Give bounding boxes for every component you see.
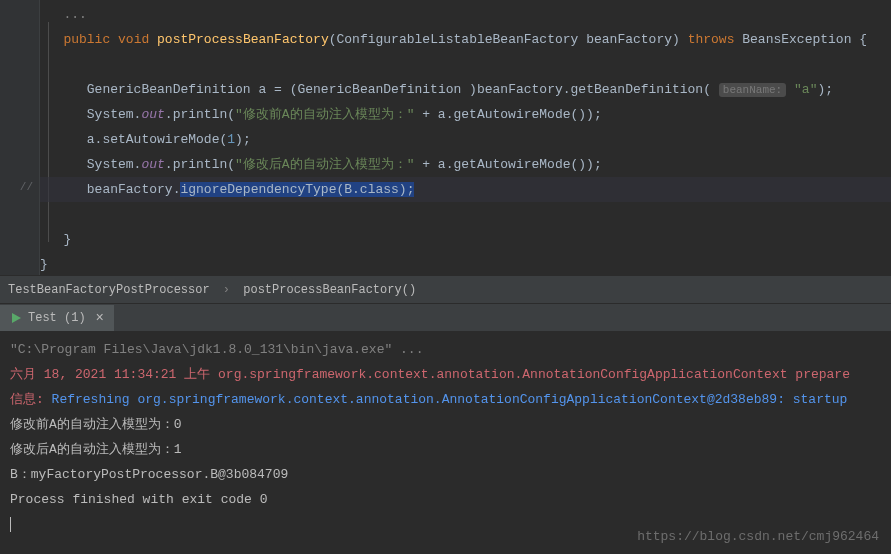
gutter-row bbox=[0, 100, 39, 125]
gutter: // bbox=[0, 0, 40, 275]
code-line[interactable]: System.out.println("修改后A的自动注入模型为：" + a.g… bbox=[40, 152, 891, 177]
svg-marker-0 bbox=[12, 313, 21, 323]
gutter-row bbox=[0, 150, 39, 175]
gutter-row bbox=[0, 50, 39, 75]
breadcrumb[interactable]: TestBeanFactoryPostProcessor › postProce… bbox=[0, 275, 891, 303]
gutter-row bbox=[0, 25, 39, 50]
console-line: 修改前A的自动注入模型为：0 bbox=[10, 412, 881, 437]
console-line: 信息: Refreshing org.springframework.conte… bbox=[10, 387, 881, 412]
code-line[interactable]: public void postProcessBeanFactory(Confi… bbox=[40, 27, 891, 52]
breadcrumb-method[interactable]: postProcessBeanFactory() bbox=[243, 283, 416, 297]
code-line[interactable]: ... bbox=[40, 2, 891, 27]
tab-label: Test (1) bbox=[28, 305, 86, 331]
code-area[interactable]: ... public void postProcessBeanFactory(C… bbox=[40, 2, 891, 277]
gutter-comment: // bbox=[0, 175, 39, 200]
watermark: https://blog.csdn.net/cmj962464 bbox=[637, 529, 879, 544]
code-line[interactable]: a.setAutowireMode(1); bbox=[40, 127, 891, 152]
console-tab-bar: Test (1) × bbox=[0, 303, 891, 331]
gutter-row bbox=[0, 125, 39, 150]
gutter-row bbox=[0, 75, 39, 100]
code-line[interactable]: System.out.println("修改前A的自动注入模型为：" + a.g… bbox=[40, 102, 891, 127]
code-line[interactable]: } bbox=[40, 227, 891, 252]
console-line: 修改后A的自动注入模型为：1 bbox=[10, 437, 881, 462]
breadcrumb-class[interactable]: TestBeanFactoryPostProcessor bbox=[8, 283, 210, 297]
code-editor[interactable]: // ... public void postProcessBeanFactor… bbox=[0, 0, 891, 275]
console-output[interactable]: "C:\Program Files\Java\jdk1.8.0_131\bin\… bbox=[0, 331, 891, 553]
breadcrumb-separator: › bbox=[223, 283, 230, 297]
caret bbox=[10, 517, 11, 532]
selected-text[interactable]: ignoreDependencyType(B.class); bbox=[180, 182, 414, 197]
code-line-selected[interactable]: beanFactory.ignoreDependencyType(B.class… bbox=[40, 177, 891, 202]
code-line[interactable]: } bbox=[40, 252, 891, 277]
console-line: B：myFactoryPostProcessor.B@3b084709 bbox=[10, 462, 881, 487]
close-icon[interactable]: × bbox=[92, 305, 104, 331]
console-line: "C:\Program Files\Java\jdk1.8.0_131\bin\… bbox=[10, 337, 881, 362]
code-line[interactable]: GenericBeanDefinition a = (GenericBeanDe… bbox=[40, 77, 891, 102]
console-line: Process finished with exit code 0 bbox=[10, 487, 881, 512]
gutter-row bbox=[0, 0, 39, 25]
console-line: 六月 18, 2021 11:34:21 上午 org.springframew… bbox=[10, 362, 881, 387]
code-line[interactable] bbox=[40, 52, 891, 77]
run-icon bbox=[10, 312, 22, 324]
console-tab[interactable]: Test (1) × bbox=[0, 305, 114, 331]
param-hint: beanName: bbox=[719, 83, 786, 97]
code-line[interactable] bbox=[40, 202, 891, 227]
